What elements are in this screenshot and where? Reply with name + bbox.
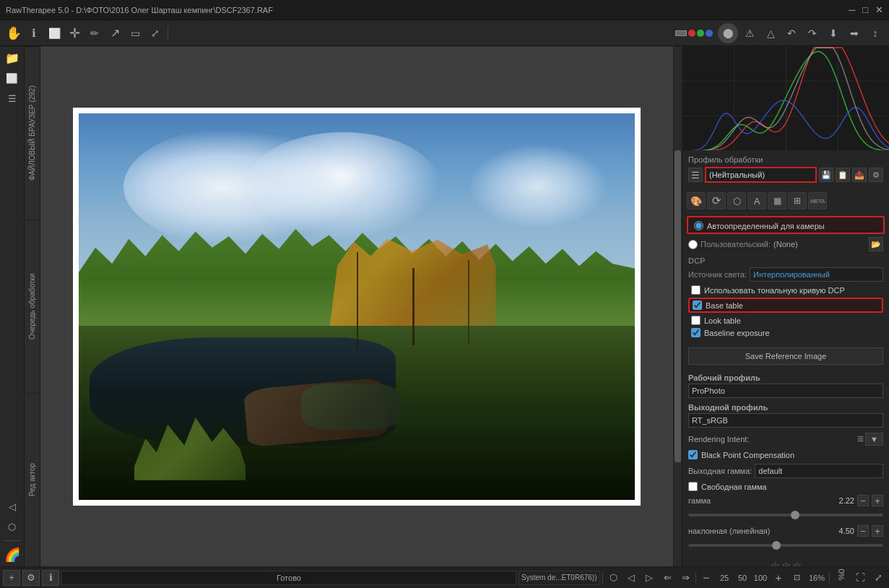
color-profile-select[interactable]: System de...ET0R676)) xyxy=(519,571,600,585)
next-img-btn[interactable]: ▷ xyxy=(641,570,657,586)
export-btn[interactable]: ⬡ xyxy=(605,570,621,586)
slope-slider[interactable] xyxy=(688,544,883,547)
crop-btn[interactable]: ⬜ xyxy=(45,24,64,43)
auto-camera-radio[interactable] xyxy=(694,221,703,230)
settings-btn[interactable]: ⚙ xyxy=(22,570,40,586)
undo-btn[interactable]: ↶ xyxy=(782,24,801,43)
status-ready: Готово xyxy=(277,574,301,582)
zoom-fit-btn[interactable]: ⊡ xyxy=(789,570,805,586)
pencil-btn[interactable]: ✏ xyxy=(85,24,104,43)
tone-curve-row: Использовать тональную кривую DCP xyxy=(688,284,883,296)
histogram-toggle[interactable]: ⬤ xyxy=(718,23,738,43)
rotate-tool-btn[interactable]: ⟳ xyxy=(707,192,726,209)
free-gamma-check[interactable] xyxy=(688,482,698,491)
output-profile-dropdown[interactable]: RT_sRGB xyxy=(688,413,883,428)
minimize-btn[interactable]: ─ xyxy=(849,4,855,15)
zoom-in-btn[interactable]: + xyxy=(771,570,786,586)
slope-label: наклонная (линейная) xyxy=(688,527,825,535)
output-gamma-dropdown[interactable]: default xyxy=(755,464,883,478)
gamma-slider[interactable] xyxy=(688,514,883,516)
profile-settings-btn[interactable]: ⚙ xyxy=(869,168,883,182)
profile-dropdown[interactable]: (Нейтральный) xyxy=(705,167,817,183)
slope-minus-btn[interactable]: − xyxy=(857,525,869,537)
save-ref-btn[interactable]: Save Reference Image xyxy=(688,347,883,365)
info-status-btn[interactable]: ℹ xyxy=(42,570,59,586)
redo-btn[interactable]: ↷ xyxy=(803,24,822,43)
user-label: Пользовательский: xyxy=(701,240,771,248)
rendering-intent-dropdown-btn[interactable]: ▼ xyxy=(865,433,883,446)
gamma-minus-btn[interactable]: − xyxy=(857,495,869,506)
tone-curve-check[interactable] xyxy=(691,285,701,295)
close-btn[interactable]: ✕ xyxy=(875,4,883,15)
profile-save-btn[interactable]: 💾 xyxy=(819,168,833,182)
user-profile-row: Пользовательский: (None) 📂 xyxy=(682,235,889,254)
black-point-check[interactable] xyxy=(688,450,698,459)
forward-btn[interactable]: ➡ xyxy=(845,24,864,43)
app-title: RawTherapee 5.0 - D:\ФОТО\2016 Олег Шарт… xyxy=(6,6,273,14)
user-value: (None) xyxy=(773,240,798,248)
crosshair-btn[interactable]: ✛ xyxy=(65,24,84,43)
zoom-50-btn[interactable]: 50 xyxy=(734,570,750,586)
left-panel-btn1[interactable]: ◁ xyxy=(2,497,22,516)
line-btn[interactable]: ↗ xyxy=(105,24,124,43)
hand-tool-btn[interactable]: ✋ xyxy=(4,24,23,43)
vtab-queue[interactable]: Очередь обработки xyxy=(25,220,40,393)
zoom-25-btn[interactable]: 25 xyxy=(716,570,732,586)
maximize-view-btn[interactable]: ⤢ xyxy=(870,570,886,586)
photo-image xyxy=(79,113,635,500)
output-gamma-row: Выходная гамма: default xyxy=(682,462,889,480)
rect-btn[interactable]: ▭ xyxy=(126,24,144,43)
prev-img-btn[interactable]: ◁ xyxy=(623,570,639,586)
zoom-out-btn[interactable]: − xyxy=(698,570,714,586)
fullscreen-btn[interactable]: ⛶ xyxy=(852,570,868,586)
working-profile-dropdown[interactable]: ProPhoto xyxy=(688,384,883,398)
output-gamma-label: Выходная гамма: xyxy=(688,467,752,475)
user-profile-radio[interactable] xyxy=(688,240,698,249)
auto-camera-label[interactable]: Автоопределенный для камеры xyxy=(694,220,877,231)
percent-left: 0% xyxy=(837,568,846,587)
text-tool-btn[interactable]: A xyxy=(747,192,766,209)
color-tool-btn[interactable]: 🎨 xyxy=(687,192,706,209)
editor-mode-btn[interactable]: ☰ xyxy=(2,89,22,108)
warning-btn1[interactable]: ⚠ xyxy=(740,24,759,43)
info-btn[interactable]: ℹ xyxy=(25,24,43,43)
dcp-section: DCP Источник света: Интерполированный Ис… xyxy=(682,254,889,342)
histogram xyxy=(682,46,889,151)
first-img-btn[interactable]: ⇐ xyxy=(659,570,675,586)
vtab-editor[interactable]: Ред актор xyxy=(25,393,40,566)
profile-paste-btn[interactable]: 📤 xyxy=(852,168,867,182)
sync-btn[interactable]: ↕ xyxy=(866,24,885,43)
look-table-check[interactable] xyxy=(691,316,701,325)
download-btn[interactable]: ⬇ xyxy=(824,24,843,43)
gamma-slider-row xyxy=(682,509,889,523)
profile-menu-btn[interactable]: ☰ xyxy=(688,168,703,182)
add-btn[interactable]: + xyxy=(3,570,20,586)
profile-copy-btn[interactable]: 📋 xyxy=(836,168,850,182)
baseline-exp-check[interactable] xyxy=(691,328,701,337)
warning-btn2[interactable]: △ xyxy=(761,24,780,43)
color-wheel-btn[interactable]: 🌈 xyxy=(2,545,22,564)
slope-slider-row xyxy=(682,539,889,553)
gamma-plus-btn[interactable]: + xyxy=(872,495,883,506)
meta-tool-btn[interactable]: META xyxy=(808,192,827,209)
base-table-check[interactable] xyxy=(693,301,702,310)
maximize-btn[interactable]: □ xyxy=(862,4,868,15)
filmstrip-btn[interactable]: ⬜ xyxy=(2,69,22,87)
slope-plus-btn[interactable]: + xyxy=(872,525,883,537)
titlebar: RawTherapee 5.0 - D:\ФОТО\2016 Олег Шарт… xyxy=(0,0,889,20)
file-browser-btn[interactable]: 📁 xyxy=(2,48,22,67)
zoom-100-btn[interactable]: 100 xyxy=(753,570,768,586)
light-source-dropdown[interactable]: Интерполированный xyxy=(750,267,883,282)
hex-tool-btn[interactable]: ⬡ xyxy=(727,192,746,209)
last-img-btn[interactable]: ⇒ xyxy=(677,570,693,586)
snowflake-decoration: ❄❄❄ xyxy=(682,553,889,566)
gamma-value: 2.22 xyxy=(828,496,854,505)
toolbar-separator xyxy=(168,27,168,40)
user-load-btn[interactable]: 📂 xyxy=(869,237,883,251)
detail-tool-btn[interactable]: ▦ xyxy=(768,192,786,209)
left-panel-btn2[interactable]: ⬡ xyxy=(2,517,22,536)
transform-btn[interactable]: ⤢ xyxy=(146,24,165,43)
vtab-file-browser[interactable]: ФАЙЛОВЫЙ БРАУЗЕР (292) xyxy=(25,46,40,220)
rendering-intent-label: Rendering Intent: xyxy=(688,435,749,444)
grid-tool-btn[interactable]: ⊞ xyxy=(788,192,807,209)
